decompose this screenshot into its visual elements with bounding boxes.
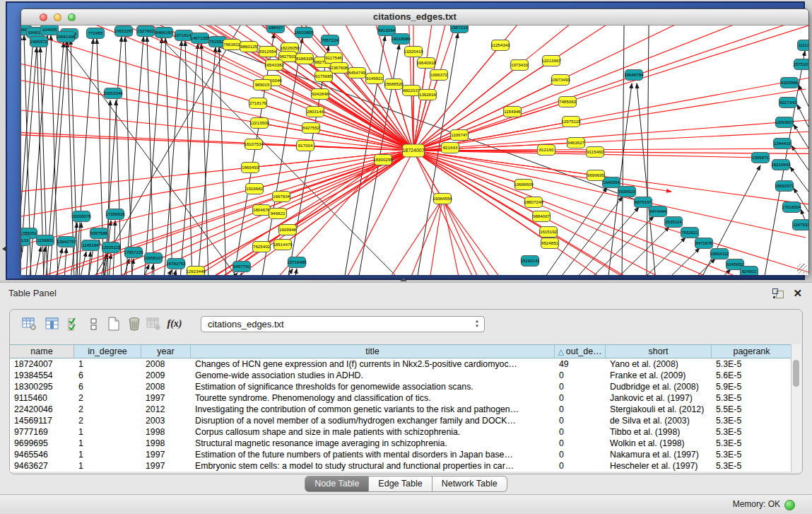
- graph-node[interactable]: 10958107: [143, 253, 163, 264]
- graph-node[interactable]: 1973433: [511, 60, 529, 71]
- table-row[interactable]: 977716911998Corpus callosum shape and si…: [10, 426, 792, 438]
- graph-node[interactable]: 2803144: [307, 107, 324, 117]
- collapse-panel-arrow-icon[interactable]: [2, 246, 6, 252]
- graph-node[interactable]: 18807249: [524, 197, 543, 208]
- table-row[interactable]: 2242004622012Investigating the contribut…: [10, 404, 792, 415]
- graph-node[interactable]: 15688520: [384, 79, 404, 90]
- graph-node[interactable]: 17016504: [782, 202, 801, 213]
- graph-node[interactable]: 1916682: [246, 184, 264, 194]
- graph-node[interactable]: 8427552: [302, 123, 320, 134]
- graph-node[interactable]: 2718176: [249, 98, 267, 109]
- graph-node[interactable]: 16782753: [166, 259, 186, 269]
- graph-node[interactable]: 2405572: [30, 37, 48, 47]
- graph-node[interactable]: 1527602: [137, 26, 155, 37]
- graph-node[interactable]: 924502: [741, 267, 758, 276]
- graph-node[interactable]: 17359926: [105, 209, 125, 220]
- graph-node[interactable]: 1615192: [540, 227, 558, 238]
- graph-node[interactable]: 8471676: [695, 238, 713, 249]
- show-columns-button[interactable]: [43, 315, 61, 333]
- graph-node[interactable]: 9242848: [312, 89, 329, 100]
- graph-node[interactable]: 18724007: [402, 144, 424, 157]
- graph-node[interactable]: 20053346: [103, 88, 123, 99]
- graph-node[interactable]: 1667834: [273, 192, 290, 202]
- network-canvas[interactable]: 1166039346161046551140642405572206914067…: [21, 25, 808, 275]
- graph-node[interactable]: 12093827: [775, 117, 794, 128]
- graph-node[interactable]: 1145194: [82, 240, 100, 251]
- graph-node[interactable]: 1106747: [451, 130, 469, 141]
- table-row[interactable]: 969969511998Structural magnetic resonanc…: [10, 438, 792, 449]
- graph-node[interactable]: 9329966: [781, 78, 799, 88]
- column-header-name[interactable]: name: [10, 344, 74, 358]
- graph-node[interactable]: 18107534: [244, 139, 264, 150]
- graph-node[interactable]: 1865493: [242, 163, 259, 173]
- close-window-button[interactable]: [40, 13, 47, 21]
- graph-node[interactable]: 14671355: [190, 33, 210, 44]
- table-row[interactable]: 1456911722003Disruption of a novel membe…: [10, 415, 792, 426]
- graph-node[interactable]: 1640954: [603, 177, 620, 188]
- graph-node[interactable]: 2935114: [665, 217, 683, 228]
- graph-node[interactable]: 1595871: [752, 153, 770, 163]
- graph-node[interactable]: 16033809: [294, 28, 314, 38]
- graph-node[interactable]: 1111308: [798, 40, 809, 51]
- window-resize-grip[interactable]: [797, 264, 807, 274]
- graph-node[interactable]: 9175685: [315, 71, 333, 82]
- graph-node[interactable]: 10653287: [114, 26, 134, 37]
- graph-node[interactable]: 9860125: [240, 42, 258, 52]
- graph-node[interactable]: 1567219: [451, 25, 469, 33]
- graph-node[interactable]: 17957225: [124, 247, 143, 258]
- graph-node[interactable]: 13942757: [57, 237, 76, 247]
- graph-node[interactable]: 12923448: [186, 267, 206, 276]
- graph-node[interactable]: 7625402: [253, 242, 271, 252]
- function-builder-button[interactable]: f(x): [165, 315, 184, 333]
- graph-node[interactable]: 8454749: [348, 68, 366, 78]
- window-titlebar[interactable]: citations_edges.txt: [21, 9, 808, 25]
- graph-node[interactable]: 949822: [269, 209, 287, 219]
- graph-node[interactable]: 18914479: [273, 240, 293, 250]
- graph-node[interactable]: 19384554: [433, 194, 452, 204]
- graph-node[interactable]: 1609948: [279, 225, 297, 235]
- graph-node[interactable]: 2367608: [331, 63, 348, 74]
- tab-node-table[interactable]: Node Table: [305, 476, 369, 492]
- graph-node[interactable]: 9397588: [90, 228, 108, 239]
- float-panel-button[interactable]: [772, 288, 784, 298]
- graph-node[interactable]: 917004: [297, 141, 314, 151]
- graph-node[interactable]: 9463627: [567, 138, 585, 148]
- graph-node[interactable]: 821643: [442, 143, 459, 153]
- close-panel-button[interactable]: ✕: [793, 286, 802, 300]
- column-header-pagerank[interactable]: pagerank: [712, 344, 792, 358]
- graph-node[interactable]: 12213509: [249, 118, 269, 129]
- tab-edge-table[interactable]: Edge Table: [369, 476, 432, 492]
- table-row[interactable]: 911546021997Tourette syndrome. Phenomeno…: [10, 392, 792, 404]
- graph-node[interactable]: 16210643: [771, 160, 791, 170]
- graph-node[interactable]: 8822037: [403, 86, 420, 96]
- graph-node[interactable]: 7857224: [322, 35, 339, 46]
- graph-node[interactable]: 812160: [538, 145, 555, 156]
- select-columns-button[interactable]: [65, 315, 83, 333]
- graph-node[interactable]: 10973493: [551, 75, 570, 86]
- new-column-button[interactable]: [105, 315, 123, 333]
- graph-node[interactable]: 5938923: [618, 187, 636, 197]
- graph-node[interactable]: 1696372: [430, 70, 448, 81]
- column-header-in_degree[interactable]: in_degree: [74, 344, 141, 358]
- table-mode-button[interactable]: [20, 315, 38, 333]
- graph-node[interactable]: 1804678: [253, 205, 271, 216]
- graph-node[interactable]: 16640910: [416, 58, 436, 69]
- graph-node[interactable]: 15692971: [775, 181, 794, 192]
- table-row[interactable]: 1830029562008Estimation of significance …: [10, 381, 792, 392]
- graph-node[interactable]: 15190141: [520, 256, 540, 267]
- graph-node[interactable]: 20206576: [71, 211, 91, 222]
- graph-node[interactable]: 5912954: [259, 47, 277, 57]
- table-row[interactable]: 1938455462009Genome-wide association stu…: [10, 370, 792, 381]
- row-height-button[interactable]: [85, 315, 103, 333]
- delete-column-button[interactable]: [125, 315, 143, 333]
- graph-node[interactable]: 16648784: [624, 70, 644, 81]
- graph-node[interactable]: 989015: [254, 80, 271, 90]
- column-header-title[interactable]: title: [191, 344, 555, 358]
- graph-node[interactable]: 1362816: [419, 90, 437, 100]
- graph-node[interactable]: 9115460: [587, 147, 604, 158]
- column-header-year[interactable]: year: [141, 344, 191, 358]
- graph-node[interactable]: 10688609: [514, 180, 534, 190]
- graph-node[interactable]: 1156801: [37, 235, 54, 246]
- graph-node[interactable]: 9699695: [587, 170, 605, 181]
- graph-node[interactable]: 19218986: [391, 34, 411, 45]
